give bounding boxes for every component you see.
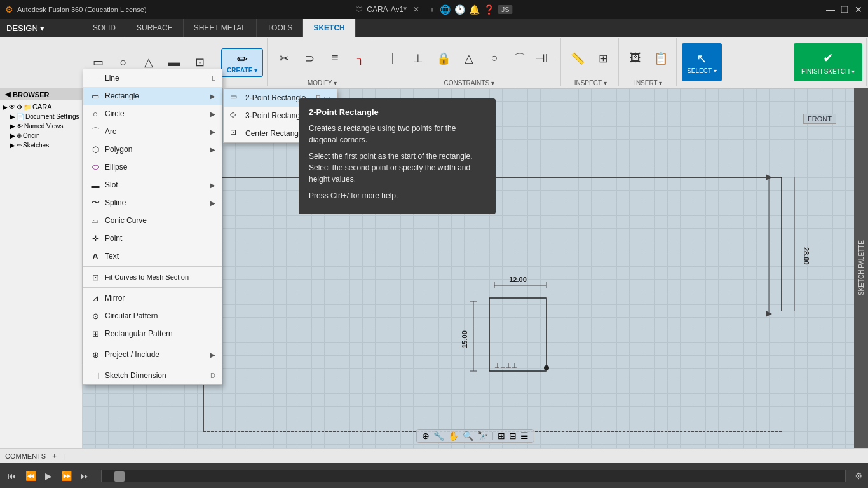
sketch-dim-icon: ⊣ (90, 370, 101, 381)
bell-icon[interactable]: 🔔 (469, 4, 480, 15)
rect-icon: ▭ (90, 90, 101, 102)
create-dropdown-btn[interactable]: ✏ CREATE ▾ (221, 48, 263, 77)
menu-item-slot[interactable]: ▬ Slot ▶ (83, 176, 222, 194)
tab-solid[interactable]: SOLID (83, 19, 126, 37)
menu-item-fit-curves[interactable]: ⊡ Fit Curves to Mesh Section (83, 268, 222, 286)
browser-expand-icon[interactable]: ◀ (5, 90, 10, 98)
origin-icon: ⊕ (17, 132, 22, 139)
add-comment-btn[interactable]: ＋ (51, 451, 58, 461)
help-icon[interactable]: ❓ (484, 4, 494, 15)
arc-arrow: ▶ (210, 128, 215, 135)
menu-item-arc[interactable]: ⌒ Arc ▶ (83, 123, 222, 140)
nav-icon-5[interactable]: 🔭 (477, 431, 488, 441)
line-constraint-btn[interactable]: | (381, 47, 404, 70)
point-menu-icon: ✛ (90, 233, 101, 244)
point-label: Point (105, 234, 122, 243)
home-icon[interactable]: 🌐 (440, 4, 451, 15)
gear-icon[interactable]: ⚙ (17, 104, 22, 111)
browser-item-root[interactable]: ▶ 👁 ⚙ 📁 CARA (0, 102, 82, 112)
menu-item-project[interactable]: ⊕ Project / Include ▶ (83, 346, 222, 363)
tab-sheet-metal[interactable]: SHEET METAL (184, 19, 257, 37)
conic-icon: ⌓ (90, 215, 101, 226)
menu-item-spline[interactable]: 〜 Spline ▶ (83, 194, 222, 212)
expand-icon: ▶ (10, 132, 15, 139)
timeline-track[interactable] (101, 470, 846, 482)
timeline-marker[interactable] (114, 471, 125, 482)
menu-icon[interactable]: ☰ (520, 431, 529, 441)
tab-tools[interactable]: TOOLS (257, 19, 303, 37)
browser-item-named[interactable]: ▶ 👁 Named Views (0, 121, 82, 131)
extend-btn[interactable]: ⊃ (298, 47, 321, 70)
doc-icon: 📄 (17, 113, 24, 120)
insert-canvas-btn[interactable]: 📋 (649, 47, 672, 70)
close-tab-icon[interactable]: ✕ (413, 5, 419, 14)
title-center: 🛡 CARA-Av1* ✕ ＋ 🌐 🕐 🔔 ❓ JS (355, 4, 512, 15)
title-right[interactable]: — ❐ ✕ (826, 5, 863, 14)
finish-sketch-btn[interactable]: ✔ FINISH SKETCH ▾ (794, 43, 862, 81)
tab-surface[interactable]: SURFACE (126, 19, 184, 37)
perp-btn[interactable]: ⊥ (407, 47, 430, 70)
slot-label: Slot (105, 180, 118, 189)
mirror-icon: ⊿ (90, 292, 101, 304)
timeline-play-btn[interactable]: ▶ (43, 470, 55, 482)
menu-item-text[interactable]: A Text (83, 247, 222, 265)
tangent-btn[interactable]: ⌒ (508, 47, 531, 70)
measure-btn[interactable]: 📏 (566, 47, 589, 70)
clock-icon[interactable]: 🕐 (454, 4, 465, 15)
menu-item-circular-pattern[interactable]: ⊙ Circular Pattern (83, 307, 222, 325)
rectangle-label: Rectangle (105, 92, 139, 100)
triangle-constraint-btn[interactable]: △ (458, 47, 480, 70)
grid-icon-2[interactable]: ⊟ (509, 431, 517, 441)
browser-item-origin[interactable]: ▶ ⊕ Origin (0, 131, 82, 140)
menu-item-circle[interactable]: ○ Circle ▶ (83, 105, 222, 123)
nav-icon-2[interactable]: 🔧 (433, 431, 444, 441)
fillet-btn[interactable]: ╮ (349, 47, 372, 70)
menu-item-rectangular-pattern[interactable]: ⊞ Rectangular Pattern (83, 325, 222, 342)
menu-item-sketch-dim[interactable]: ⊣ Sketch Dimension D (83, 367, 222, 384)
conic-label: Conic Curve (105, 216, 147, 225)
tab-sketch[interactable]: SKETCH (303, 19, 355, 37)
item-label: Document Settings (25, 113, 79, 120)
minimize-button[interactable]: — (826, 5, 835, 14)
tooltip-line-1: Creates a rectangle using two points for… (309, 123, 485, 146)
menu-item-ellipse[interactable]: ⬭ Ellipse (83, 158, 222, 176)
settings-icon[interactable]: ⚙ (855, 471, 863, 481)
close-button[interactable]: ✕ (854, 5, 863, 14)
nav-icon-1[interactable]: ⊕ (422, 431, 430, 441)
mirror-constraint-btn[interactable]: ⊣⊢ (534, 47, 557, 70)
insert-image-btn[interactable]: 🖼 (624, 47, 647, 70)
visibility-icon[interactable]: 👁 (9, 104, 15, 111)
inspect-extra-btn[interactable]: ⊞ (592, 47, 614, 70)
trim-btn[interactable]: ✂ (273, 47, 295, 70)
lock-btn[interactable]: 🔒 (432, 47, 455, 70)
timeline-end-btn[interactable]: ⏭ (78, 470, 92, 482)
timeline-next-btn[interactable]: ⏩ (58, 470, 74, 482)
design-dropdown[interactable]: DESIGN ▾ (6, 24, 44, 33)
nav-icon-3[interactable]: ✋ (448, 431, 459, 441)
title-left: ⚙ Autodesk Fusion 360 (Education License… (5, 4, 147, 15)
item-label: Sketches (23, 142, 49, 149)
circle-menu-icon: ○ (90, 108, 101, 119)
break-btn[interactable]: ≡ (323, 47, 346, 70)
sketch-palette[interactable]: SKETCH PALETTE (854, 88, 868, 448)
svg-text:15.00: 15.00 (461, 330, 468, 348)
nav-icon-4[interactable]: 🔍 (463, 431, 473, 441)
item-label: Origin (23, 132, 40, 139)
menu-item-conic[interactable]: ⌓ Conic Curve (83, 212, 222, 229)
timeline-prev-btn[interactable]: ⏪ (23, 470, 39, 482)
menu-item-line[interactable]: — Line L (83, 69, 222, 87)
group-finish-sketch: ✔ FINISH SKETCH ▾ (790, 38, 867, 86)
menu-item-mirror[interactable]: ⊿ Mirror (83, 289, 222, 307)
browser-item-sketches[interactable]: ▶ ✏ Sketches (0, 140, 82, 150)
browser-item-doc[interactable]: ▶ 📄 Document Settings (0, 112, 82, 121)
select-btn[interactable]: ↖ SELECT ▾ (682, 43, 722, 81)
maximize-button[interactable]: ❐ (840, 5, 849, 14)
menu-item-polygon[interactable]: ⬡ Polygon ▶ (83, 140, 222, 158)
timeline-start-btn[interactable]: ⏮ (5, 470, 19, 482)
ellipse-constraint-btn[interactable]: ○ (483, 47, 506, 70)
menu-item-point[interactable]: ✛ Point (83, 229, 222, 247)
browser-title: BROWSER (13, 91, 49, 98)
new-tab-icon[interactable]: ＋ (428, 4, 436, 15)
menu-item-rectangle[interactable]: ▭ Rectangle ▶ (83, 87, 222, 105)
grid-icon[interactable]: ⊞ (498, 431, 505, 441)
